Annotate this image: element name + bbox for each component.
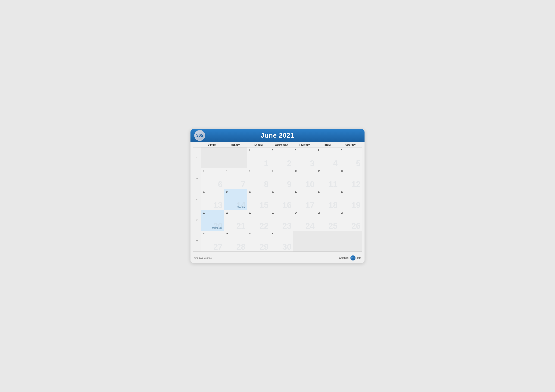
- cal-cell-w1-d0[interactable]: 66: [201, 168, 224, 189]
- day-num-7: 7: [226, 170, 245, 172]
- watermark-21: 21: [236, 222, 246, 230]
- week-num-4: 26: [193, 231, 201, 251]
- dow-spacer: [193, 142, 201, 147]
- cal-cell-w2-d5[interactable]: 1818: [316, 189, 339, 210]
- footer-right: Calendar- 365 .com: [339, 256, 361, 261]
- footer-left-text: June 2021 Calendar: [194, 257, 212, 259]
- cal-cell-w3-d5[interactable]: 2525: [316, 210, 339, 231]
- day-num-5: 5: [341, 149, 360, 151]
- day-num-3: 3: [295, 149, 314, 151]
- day-num-29: 29: [249, 232, 268, 235]
- watermark-30: 30: [282, 243, 292, 251]
- cal-cell-w2-d6[interactable]: 1919: [339, 189, 362, 210]
- cal-cell-w3-d1[interactable]: 2121: [224, 210, 247, 231]
- day-num-11: 11: [318, 170, 337, 172]
- watermark-22: 22: [259, 222, 269, 230]
- watermark-3: 3: [310, 159, 314, 167]
- dow-sunday: Sunday: [201, 142, 224, 147]
- cal-cell-w1-d6[interactable]: 1212: [339, 168, 362, 189]
- watermark-12: 12: [351, 180, 361, 188]
- cal-cell-w2-d2[interactable]: 1515: [247, 189, 270, 210]
- cal-cell-w3-d6[interactable]: 2626: [339, 210, 362, 231]
- watermark-13: 13: [213, 201, 223, 209]
- cal-cell-w3-d2[interactable]: 2222: [247, 210, 270, 231]
- day-num-12: 12: [341, 170, 360, 172]
- day-num-14: 14: [226, 191, 245, 193]
- cal-cell-w1-d1[interactable]: 77: [224, 168, 247, 189]
- week-num-2: 24: [193, 189, 201, 210]
- dow-tuesday: Tuesday: [247, 142, 270, 147]
- cal-cell-w2-d4[interactable]: 1717: [293, 189, 316, 210]
- watermark-1: 1: [264, 159, 269, 167]
- watermark-27: 27: [213, 243, 223, 251]
- cal-cell-w0-d1[interactable]: [224, 148, 247, 168]
- footer-calendar-pre: Calendar-: [339, 257, 350, 259]
- calendar-body: Sunday Monday Tuesday Wednesday Thursday…: [190, 142, 365, 253]
- dow-saturday: Saturday: [339, 142, 362, 147]
- week-num-3: 25: [193, 210, 201, 231]
- calendar-header: 365 June 2021: [190, 129, 365, 142]
- logo-text: 365: [196, 133, 203, 138]
- day-num-13: 13: [203, 191, 222, 193]
- day-num-2: 2: [272, 149, 291, 151]
- cal-cell-w2-d3[interactable]: 1616: [270, 189, 293, 210]
- watermark-19: 19: [351, 201, 361, 209]
- dow-thursday: Thursday: [293, 142, 316, 147]
- cal-cell-w1-d2[interactable]: 88: [247, 168, 270, 189]
- day-num-27: 27: [203, 232, 222, 235]
- cal-cell-w2-d1[interactable]: 1414Flag Day: [224, 189, 247, 210]
- dow-wednesday: Wednesday: [270, 142, 293, 147]
- cal-cell-w4-d1[interactable]: 2828: [224, 231, 247, 251]
- dow-monday: Monday: [224, 142, 247, 147]
- day-num-20: 20: [203, 211, 222, 214]
- day-num-21: 21: [226, 211, 245, 214]
- cal-cell-w0-d4[interactable]: 33: [293, 148, 316, 168]
- page-footer: June 2021 Calendar Calendar- 365 .com: [190, 254, 365, 261]
- watermark-16: 16: [282, 201, 292, 209]
- watermark-9: 9: [287, 180, 292, 188]
- calendar-page: 365 June 2021 Sunday Monday Tuesday Wedn…: [190, 129, 365, 263]
- day-num-16: 16: [272, 191, 291, 193]
- day-num-28: 28: [226, 232, 245, 235]
- watermark-7: 7: [241, 180, 246, 188]
- cal-cell-w0-d2[interactable]: 11: [247, 148, 270, 168]
- watermark-28: 28: [236, 243, 246, 251]
- cal-cell-w3-d0[interactable]: 2020Father's Day: [201, 210, 224, 231]
- cal-cell-w0-d3[interactable]: 22: [270, 148, 293, 168]
- event-label-20: Father's Day: [211, 227, 222, 229]
- day-num-23: 23: [272, 211, 291, 214]
- watermark-2: 2: [287, 159, 292, 167]
- cal-cell-w4-d5[interactable]: [316, 231, 339, 251]
- cal-cell-w3-d3[interactable]: 2323: [270, 210, 293, 231]
- event-label-14: Flag Day: [237, 206, 245, 208]
- cal-cell-w3-d4[interactable]: 2424: [293, 210, 316, 231]
- cal-cell-w4-d0[interactable]: 2727: [201, 231, 224, 251]
- cal-cell-w0-d6[interactable]: 55: [339, 148, 362, 168]
- cal-cell-w4-d3[interactable]: 3030: [270, 231, 293, 251]
- day-num-15: 15: [249, 191, 268, 193]
- cal-cell-w4-d4[interactable]: [293, 231, 316, 251]
- cal-cell-w2-d0[interactable]: 1313: [201, 189, 224, 210]
- day-num-1: 1: [249, 149, 268, 151]
- watermark-11: 11: [329, 180, 338, 188]
- day-num-10: 10: [295, 170, 314, 172]
- day-num-22: 22: [249, 211, 268, 214]
- cal-cell-w1-d4[interactable]: 1010: [293, 168, 316, 189]
- cal-cell-w0-d0[interactable]: [201, 148, 224, 168]
- day-num-25: 25: [318, 211, 337, 214]
- cal-cell-w4-d2[interactable]: 2929: [247, 231, 270, 251]
- cal-cell-w1-d5[interactable]: 1111: [316, 168, 339, 189]
- day-num-8: 8: [249, 170, 268, 172]
- cal-cell-w4-d6[interactable]: [339, 231, 362, 251]
- watermark-15: 15: [259, 201, 269, 209]
- cal-cell-w1-d3[interactable]: 99: [270, 168, 293, 189]
- watermark-18: 18: [329, 201, 338, 209]
- watermark-26: 26: [351, 222, 361, 230]
- dow-header: Sunday Monday Tuesday Wednesday Thursday…: [193, 142, 362, 147]
- day-num-26: 26: [341, 211, 360, 214]
- watermark-17: 17: [305, 201, 314, 209]
- watermark-29: 29: [259, 243, 269, 251]
- day-num-18: 18: [318, 191, 337, 193]
- cal-cell-w0-d5[interactable]: 44: [316, 148, 339, 168]
- day-num-9: 9: [272, 170, 291, 172]
